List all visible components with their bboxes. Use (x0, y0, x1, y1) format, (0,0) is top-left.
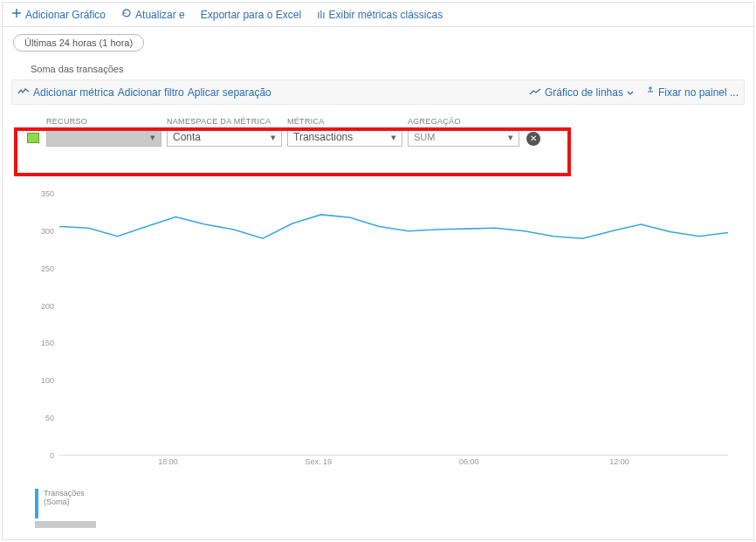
agregacao-value: SUM (414, 132, 435, 142)
y-tick: 50 (45, 414, 54, 422)
y-tick: 250 (41, 264, 54, 273)
chart: 050100150200250300350 18:00Sex. 1906:001… (35, 194, 728, 473)
add-filter-label: Adicionar filtro (118, 86, 184, 99)
metrica-select[interactable]: Transactions ▾ (287, 127, 402, 147)
x-tick: Sex. 19 (306, 457, 333, 466)
chevron-down-icon (627, 86, 634, 99)
remove-metric-button[interactable]: ✕ (526, 132, 540, 146)
add-metric-button[interactable]: Adicionar métrica (17, 86, 114, 99)
top-toolbar: Adicionar Gráfico Atualizar e Exportar p… (3, 3, 753, 27)
y-tick: 0 (50, 451, 54, 460)
section-title: Soma das transações (3, 51, 753, 79)
time-range-label: Últimas 24 horas (1 hora) (24, 38, 133, 48)
series-color-swatch[interactable] (27, 133, 39, 143)
refresh-icon (121, 8, 132, 21)
plus-icon (11, 8, 22, 21)
metrica-value: Transactions (293, 131, 353, 143)
apply-split-button[interactable]: Aplicar separação (188, 86, 271, 99)
namespace-label: NAMESPACE DA MÉTRICA (167, 117, 282, 126)
series-line (59, 215, 728, 238)
show-classic-button[interactable]: ılı Exibir métricas clássicas (317, 9, 443, 21)
y-tick: 350 (41, 189, 54, 198)
y-tick: 300 (41, 227, 54, 236)
legend-redacted-box (35, 521, 96, 528)
legend-series-name: Transações (Soma) (35, 489, 104, 506)
apply-split-label: Aplicar separação (188, 86, 271, 99)
legend-color-bar (35, 489, 38, 518)
close-icon: ✕ (530, 134, 537, 143)
legend: Transações (Soma) 7,31 mil (35, 489, 104, 542)
y-tick: 100 (41, 376, 54, 385)
metric-selector-row: RECURSO ▾ NAMESPACE DA MÉTRICA Conta ▾ M… (27, 117, 753, 147)
sparkline-icon (17, 86, 30, 99)
y-axis: 050100150200250300350 (35, 194, 56, 456)
chart-type-label: Gráfico de linhas (545, 86, 623, 99)
metrica-label: MÉTRICA (287, 117, 402, 126)
namespace-value: Conta (173, 131, 201, 143)
namespace-select[interactable]: Conta ▾ (167, 127, 282, 147)
export-excel-label: Exportar para o Excel (201, 9, 301, 21)
chevron-down-icon: ▾ (271, 132, 276, 143)
chevron-down-icon: ▾ (150, 132, 155, 143)
agregacao-select[interactable]: SUM ▾ (408, 127, 519, 147)
update-button[interactable]: Atualizar e (121, 8, 185, 21)
chevron-down-icon: ▾ (508, 132, 513, 143)
export-excel-button[interactable]: Exportar para o Excel (201, 9, 301, 21)
add-chart-label: Adicionar Gráfico (25, 9, 106, 21)
chart-toolbar: Adicionar métrica Adicionar filtro Aplic… (11, 79, 745, 105)
recurso-select[interactable]: ▾ (46, 127, 162, 147)
show-classic-label: Exibir métricas clássicas (328, 9, 443, 21)
x-tick: 06:00 (459, 457, 479, 466)
x-tick: 12:00 (609, 457, 629, 466)
plot-area[interactable] (59, 194, 728, 456)
x-axis: 18:00Sex. 1906:0012:00 (59, 457, 728, 470)
add-filter-button[interactable]: Adicionar filtro (118, 86, 184, 99)
y-tick: 150 (41, 339, 54, 347)
agregacao-label: AGREGAÇÃO (408, 117, 519, 126)
chart-type-button[interactable]: Gráfico de linhas (529, 86, 634, 99)
x-tick: 18:00 (158, 457, 178, 466)
pin-button[interactable]: Fixar no painel ... (646, 86, 739, 99)
chevron-down-icon: ▾ (391, 132, 396, 143)
pin-icon (646, 86, 655, 99)
time-range-chip[interactable]: Últimas 24 horas (1 hora) (13, 34, 144, 51)
line-chart-icon (529, 86, 541, 99)
add-chart-button[interactable]: Adicionar Gráfico (11, 8, 106, 21)
bars-icon: ılı (317, 9, 325, 21)
recurso-label: RECURSO (46, 117, 162, 126)
pin-label: Fixar no painel ... (658, 86, 739, 99)
update-label: Atualizar e (135, 9, 185, 21)
y-tick: 200 (41, 302, 54, 311)
add-metric-label: Adicionar métrica (33, 86, 114, 99)
